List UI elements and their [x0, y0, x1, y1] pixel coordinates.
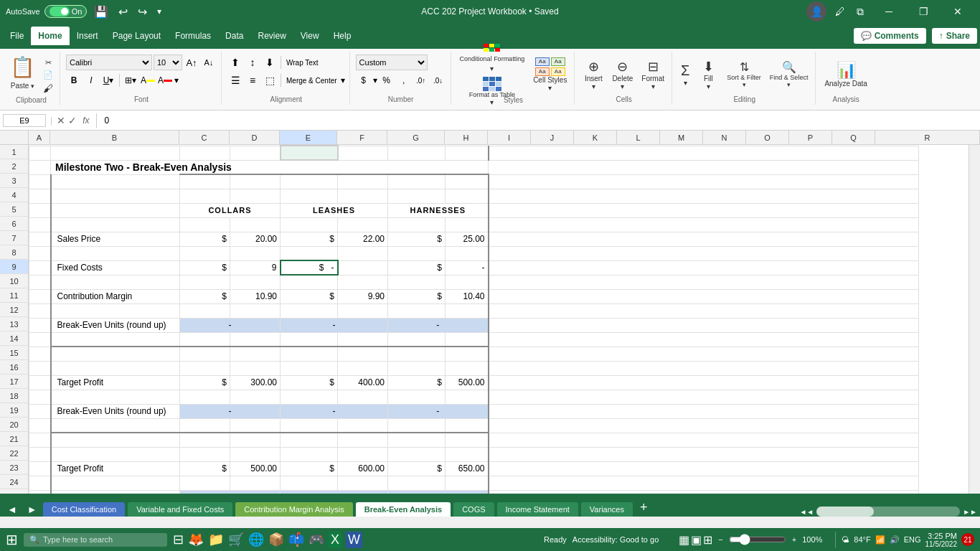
fullscreen-button[interactable]: ⧉: [854, 4, 867, 19]
cell-a4[interactable]: [29, 189, 51, 203]
sheet-tab-contribution-margin[interactable]: Contribution Margin Analysis: [235, 502, 352, 517]
formula-input[interactable]: [101, 114, 977, 127]
cell-f23[interactable]: 600.00: [338, 461, 388, 476]
cell-g17[interactable]: $: [388, 375, 446, 390]
cell-c17[interactable]: $: [180, 375, 230, 390]
row-12[interactable]: 12: [0, 303, 28, 317]
cell-f8[interactable]: [338, 246, 388, 260]
row-19[interactable]: 19: [0, 403, 28, 418]
cell-d11[interactable]: 10.90: [230, 289, 281, 303]
word-icon[interactable]: W: [346, 532, 362, 548]
cell-f4[interactable]: [338, 189, 388, 203]
find-select-button[interactable]: 🔍 Find & Select ▾: [767, 59, 811, 90]
col-header-b[interactable]: B: [50, 131, 179, 144]
cell-e17[interactable]: $: [281, 375, 338, 390]
cell-h12[interactable]: [446, 303, 489, 318]
cell-g10[interactable]: [388, 275, 446, 289]
cell-f14[interactable]: [338, 332, 388, 347]
share-button[interactable]: ↑ Share: [932, 28, 977, 44]
cell-b11[interactable]: Contribution Margin: [51, 289, 180, 303]
cell-rest6[interactable]: [489, 217, 919, 232]
sheet-tab-variable-fixed[interactable]: Variable and Fixed Costs: [128, 502, 232, 517]
cell-e10[interactable]: [281, 275, 338, 289]
cell-e12[interactable]: [281, 303, 338, 318]
col-header-f[interactable]: F: [337, 131, 387, 144]
cell-c8[interactable]: [180, 246, 230, 260]
autosum-button[interactable]: Σ ▾: [678, 61, 692, 88]
row-9[interactable]: 9: [0, 260, 28, 274]
cell-f18[interactable]: [338, 390, 388, 404]
more-button[interactable]: ▾: [154, 5, 164, 18]
sheet-tab-income-statement[interactable]: Income Statement: [497, 502, 578, 517]
cell-rest13[interactable]: [489, 318, 919, 332]
autosave-toggle[interactable]: On: [44, 5, 88, 18]
cell-rest2[interactable]: [489, 160, 919, 174]
cell-f1[interactable]: [338, 146, 388, 160]
sheet-tab-break-even[interactable]: Break-Even Analysis: [356, 502, 451, 517]
cell-a21[interactable]: [29, 433, 51, 447]
cell-b16[interactable]: [51, 361, 180, 375]
notification-badge[interactable]: 21: [961, 533, 974, 546]
cell-b23[interactable]: Target Profit: [51, 461, 180, 476]
cell-c10[interactable]: [180, 275, 230, 289]
conditional-formatting-button[interactable]: Conditional Formatting ▾: [457, 42, 528, 74]
minimize-button[interactable]: ─: [872, 0, 905, 23]
row-8[interactable]: 8: [0, 245, 28, 260]
cell-b13[interactable]: Break-Even Units (round up): [51, 318, 180, 332]
cell-a13[interactable]: [29, 318, 51, 332]
close-button[interactable]: ✕: [941, 0, 974, 23]
cell-d17[interactable]: 300.00: [230, 375, 281, 390]
cell-h3[interactable]: [446, 174, 489, 189]
ribbon-toggle-button[interactable]: 🖊: [832, 4, 848, 19]
zoom-slider[interactable]: [729, 534, 786, 545]
cell-g18[interactable]: [388, 390, 446, 404]
delete-cells-button[interactable]: ⊖ Delete ▾: [609, 57, 636, 92]
cell-h16[interactable]: [446, 361, 489, 375]
cell-g3[interactable]: [388, 174, 446, 189]
align-middle-button[interactable]: ↕: [245, 55, 260, 70]
cell-a20[interactable]: [29, 418, 51, 433]
align-right-button[interactable]: ⬚: [262, 72, 278, 88]
cell-b21[interactable]: [51, 433, 180, 447]
increase-font-button[interactable]: A↑: [184, 55, 199, 70]
menu-file[interactable]: File: [3, 27, 31, 45]
cell-a24[interactable]: [29, 476, 51, 490]
insert-cells-button[interactable]: ⊕ Insert ▾: [580, 57, 606, 92]
cell-f21[interactable]: [338, 433, 388, 447]
menu-review[interactable]: Review: [250, 27, 293, 45]
cell-a7[interactable]: [29, 232, 51, 246]
scroll-sheets-right[interactable]: ►: [23, 502, 42, 517]
cell-rest10[interactable]: [489, 275, 919, 289]
cell-a11[interactable]: [29, 289, 51, 303]
redo-button[interactable]: ↪: [135, 4, 150, 20]
copy-button[interactable]: 📄: [41, 70, 55, 80]
cell-f9[interactable]: [338, 260, 388, 275]
fill-color-button[interactable]: A: [140, 72, 156, 88]
cell-d21[interactable]: [230, 433, 281, 447]
cell-g20[interactable]: [388, 418, 446, 433]
cell-e21[interactable]: [281, 433, 338, 447]
font-size-select[interactable]: 10: [154, 55, 182, 70]
cell-e24[interactable]: [281, 476, 338, 490]
cell-a12[interactable]: [29, 303, 51, 318]
grid-area[interactable]: Milestone Two - Break-Even Analysis: [29, 145, 969, 505]
cell-b7[interactable]: Sales Price: [51, 232, 180, 246]
cell-e8[interactable]: [281, 246, 338, 260]
cell-rest8[interactable]: [489, 246, 919, 260]
taskbar-icon-7[interactable]: 📫: [288, 532, 304, 547]
col-header-p[interactable]: P: [789, 131, 832, 144]
taskbar-icon-8[interactable]: 🎮: [308, 532, 324, 547]
row-18[interactable]: 18: [0, 389, 28, 403]
cell-b5[interactable]: [51, 203, 180, 217]
cell-a3[interactable]: [29, 174, 51, 189]
sort-filter-button[interactable]: ⇅ Sort & Filter ▾: [724, 59, 764, 90]
cell-d10[interactable]: [230, 275, 281, 289]
cell-f12[interactable]: [338, 303, 388, 318]
row-2[interactable]: 2: [0, 159, 28, 174]
cell-d1[interactable]: [230, 146, 281, 160]
cell-c18[interactable]: [180, 390, 230, 404]
cell-b4[interactable]: [51, 189, 180, 203]
paste-button[interactable]: 📋: [7, 55, 38, 80]
cell-d22[interactable]: [230, 447, 281, 461]
dollar-format-button[interactable]: $: [356, 72, 372, 88]
